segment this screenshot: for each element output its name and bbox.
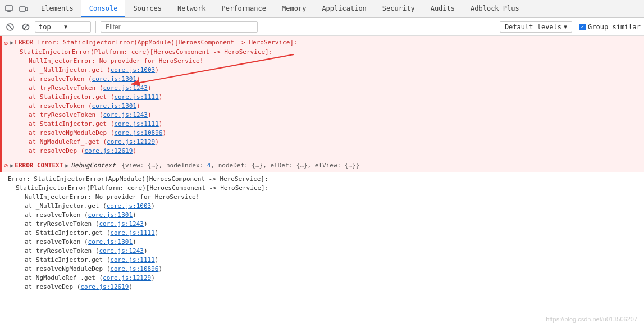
core-js-link-12619a[interactable]: core.js:12619 [84,147,133,155]
error-1-toggle[interactable]: ▶ [10,38,13,47]
error-3-stack-6: at StaticInjector.get (core.js:1111) [4,256,644,265]
error-1-stack-8: at NgModuleRef_.get (core.js:12129) [2,138,644,147]
error-3-stack-5: at tryResolveToken (core.js:1243) [4,247,644,256]
levels-select-arrow-icon: ▼ [564,24,567,30]
group-similar-checkbox[interactable]: ✓ [579,24,586,30]
svg-rect-3 [20,7,25,11]
error-1-stack-6: at StaticInjector.get (core.js:1111) [2,120,644,129]
levels-selector[interactable]: Default levels ▼ [500,21,572,33]
error-1-stack-3: at StaticInjector.get (core.js:1111) [2,93,644,102]
error-1-header-line: ⊘ ▶ ERROR Error: StaticInjectorError(App… [2,38,644,48]
core-js-link-1111c[interactable]: core.js:1111 [110,229,154,237]
error-1-line3: NullInjectorError: No provider for HeroS… [2,57,644,66]
error-block-2: ⊘ ▶ ERROR CONTEXT ▶ DebugContext_ {view:… [0,158,644,172]
console-content: ⊘ ▶ ERROR Error: StaticInjectorError(App… [0,36,644,327]
error-3-stack-1: at resolveToken (core.js:1301) [4,211,644,220]
tab-sources[interactable]: Sources [125,0,170,17]
error-1-stack-7: at resolveNgModuleDep (core.js:10896) [2,129,644,138]
error-3-stack-3: at StaticInjector.get (core.js:1111) [4,229,644,238]
svg-rect-4 [26,8,28,11]
error-icon-1: ⊘ [4,39,8,48]
group-similar-toggle[interactable]: ✓ Group similar [579,23,641,31]
error-2-header-line: ⊘ ▶ ERROR CONTEXT ▶ DebugContext_ {view:… [2,161,644,170]
tab-network[interactable]: Network [170,0,214,17]
svg-line-6 [8,25,12,29]
tab-security[interactable]: Security [374,0,423,17]
tab-performance[interactable]: Performance [214,0,274,17]
error-1-stack-5: at tryResolveToken (core.js:1243) [2,111,644,120]
core-js-link-1243a[interactable]: core.js:1243 [103,84,147,92]
error-3-stack-2: at tryResolveToken (core.js:1243) [4,220,644,229]
error-1-line2: StaticInjectorError(Platform: core)[Hero… [2,48,644,57]
inspect-icon[interactable] [3,3,15,15]
tab-memory[interactable]: Memory [274,0,314,17]
tab-audits[interactable]: Audits [423,0,463,17]
error-block-3: Error: StaticInjectorError(AppModule)[He… [0,172,644,294]
core-js-link-1243b[interactable]: core.js:1243 [103,111,147,119]
core-js-link-12129[interactable]: core.js:12129 [107,138,155,146]
error-3-line-2: NullInjectorError: No provider for HeroS… [4,193,644,202]
core-js-link-10896b[interactable]: core.js:10896 [110,265,158,272]
error-3-line-0: Error: StaticInjectorError(AppModule)[He… [4,175,644,184]
core-js-link-12129b[interactable]: core.js:12129 [103,274,151,281]
core-js-link-1301b[interactable]: core.js:1301 [92,102,136,110]
core-js-link-1111b[interactable]: core.js:1111 [114,120,158,128]
device-icon[interactable] [18,3,29,15]
toolbar-separator [95,21,96,33]
error-2-toggle[interactable]: ▶ [10,161,13,170]
tab-bar: Elements Console Sources Network Perform… [0,0,644,18]
tab-console[interactable]: Console [81,0,126,17]
tab-elements[interactable]: Elements [33,0,81,17]
error-3-stack-0: at _NullInjector.get (core.js:1003) [4,202,644,211]
error-1-stack-9: at resolveDep (core.js:12619) [2,147,644,156]
core-js-link-1243d[interactable]: core.js:1243 [99,247,143,255]
debug-context-toggle[interactable]: ▶ [65,161,68,170]
error-3-stack-8: at NgModuleRef_.get (core.js:12129) [4,274,644,283]
core-js-link-12619b[interactable]: core.js:12619 [80,283,129,290]
core-js-link-1301d[interactable]: core.js:1301 [88,238,133,246]
core-js-link-1111a[interactable]: core.js:1111 [114,93,158,101]
watermark: https://blog.csdn.net/u013506207 [546,316,637,323]
error-3-line-1: StaticInjectorError(Platform: core)[Hero… [4,184,644,193]
svg-line-8 [24,25,28,29]
error-1-stack-1: at resolveToken (core.js:1301) [2,75,644,84]
error-3-stack-7: at resolveNgModuleDep (core.js:10896) [4,265,644,274]
core-js-link-1003b[interactable]: core.js:1003 [107,202,151,210]
tab-icon-group [0,0,33,17]
core-js-link-1111d[interactable]: core.js:1111 [110,256,154,264]
block-requests-button[interactable] [19,20,33,34]
filter-input[interactable] [101,21,258,33]
tab-adblock-plus[interactable]: Adblock Plus [463,0,527,17]
console-toolbar: top ▼ Default levels ▼ ✓ Group similar [0,18,644,36]
svg-rect-0 [6,6,12,11]
core-js-link-1243c[interactable]: core.js:1243 [99,220,143,228]
error-3-stack-4: at resolveToken (core.js:1301) [4,238,644,247]
context-selector[interactable]: top ▼ [35,21,91,33]
error-icon-2: ⊘ [4,161,8,170]
error-3-stack-9: at resolveDep (core.js:12619) [4,283,644,292]
core-js-link-1301c[interactable]: core.js:1301 [88,211,133,219]
context-select-arrow-icon: ▼ [64,24,87,30]
error-1-stack-0: at _NullInjector.get (core.js:1003) [2,66,644,75]
core-js-link-1003a[interactable]: core.js:1003 [111,66,155,74]
core-js-link-1301a[interactable]: core.js:1301 [92,75,136,83]
clear-console-button[interactable] [3,20,17,34]
error-1-stack-4: at resolveToken (core.js:1301) [2,102,644,111]
tab-application[interactable]: Application [314,0,374,17]
error-block-1: ⊘ ▶ ERROR Error: StaticInjectorError(App… [0,36,644,158]
error-1-stack-2: at tryResolveToken (core.js:1243) [2,84,644,93]
core-js-link-10896[interactable]: core.js:10896 [114,129,162,137]
